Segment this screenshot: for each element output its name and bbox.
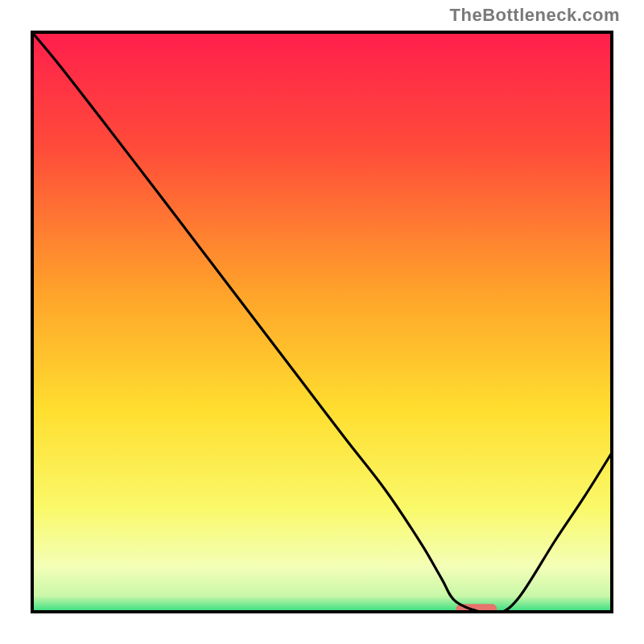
- chart-frame: [24, 24, 620, 620]
- chart-border: [31, 31, 613, 613]
- attribution-label: TheBottleneck.com: [450, 5, 620, 26]
